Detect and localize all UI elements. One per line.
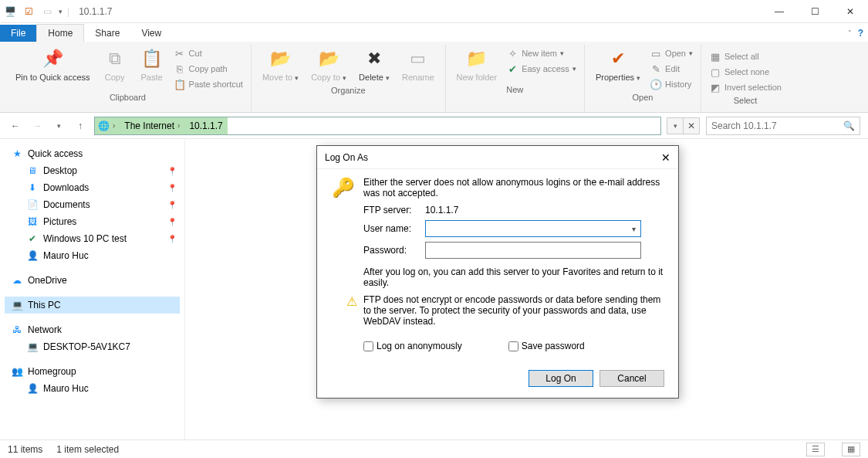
qat-dropdown-icon[interactable]: ▾ [59, 8, 62, 15]
refresh-stop-button[interactable]: ✕ [683, 117, 700, 134]
details-view-button[interactable]: ☰ [806, 443, 825, 456]
keys-icon: 🔑 [331, 177, 356, 198]
properties-button[interactable]: ✔Properties ▾ [591, 45, 645, 84]
paste-shortcut-button[interactable]: 📋Paste shortcut [172, 77, 245, 91]
back-button[interactable]: ← [8, 118, 23, 134]
copy-path-button[interactable]: ⎘Copy path [172, 62, 245, 76]
up-button[interactable]: ↑ [73, 118, 88, 134]
anon-checkbox[interactable]: Log on anonymously [363, 341, 462, 351]
minimize-button[interactable]: — [762, 0, 797, 23]
close-window-button[interactable]: ✕ [833, 0, 868, 23]
sidebar-item-user[interactable]: 👤Mauro Huc [5, 247, 180, 264]
dialog-close-button[interactable]: ✕ [661, 151, 670, 164]
history-button[interactable]: 🕑History [648, 77, 694, 91]
address-dropdown-button[interactable]: ▾ [667, 117, 684, 134]
group-open: ✔Properties ▾ ▭Open ▾ ✎Edit 🕑History Ope… [585, 45, 701, 112]
large-icons-view-button[interactable]: ▦ [842, 443, 860, 456]
tab-view[interactable]: View [130, 25, 172, 42]
help-icon[interactable]: ? [858, 28, 863, 39]
anon-checkbox-input[interactable] [363, 341, 373, 351]
group-label: Open [632, 91, 653, 105]
address-bar-row: ← → ▾ ↑ 🌐› The Internet › 10.1.1.7 ▾ ✕ 🔍 [0, 113, 868, 139]
pin-icon: 📍 [167, 235, 177, 243]
downloads-icon: ⬇ [26, 182, 39, 194]
save-password-checkbox-input[interactable] [508, 341, 518, 351]
breadcrumb-internet[interactable]: The Internet › [120, 120, 184, 131]
qat-checkbox-icon[interactable]: ☑ [22, 5, 35, 19]
edit-button[interactable]: ✎Edit [648, 62, 694, 76]
group-label: Select [734, 94, 758, 108]
copy-to-button[interactable]: 📂Copy to ▾ [306, 45, 351, 84]
breadcrumb-root[interactable]: 🌐› [95, 120, 120, 131]
password-input[interactable] [425, 242, 641, 259]
delete-button[interactable]: ✖Delete ▾ [354, 45, 394, 84]
copy-button[interactable]: ⧉Copy [98, 45, 132, 83]
sidebar-item-desktop[interactable]: 🖥Desktop📍 [5, 162, 180, 179]
easy-access-button[interactable]: ✔Easy access ▾ [505, 62, 578, 76]
sidebar-quick-access[interactable]: ★Quick access [5, 145, 180, 162]
sidebar-homegroup[interactable]: 👥Homegroup [5, 363, 180, 380]
password-label: Password: [363, 245, 425, 256]
breadcrumb-host[interactable]: 10.1.1.7 [184, 120, 227, 131]
status-item-count: 11 items [8, 444, 42, 455]
easyaccess-icon: ✔ [506, 63, 518, 75]
cancel-button[interactable]: Cancel [599, 370, 664, 387]
new-folder-button[interactable]: 📁New folder [452, 45, 502, 83]
group-label: Organize [331, 84, 366, 98]
open-icon: ▭ [650, 47, 662, 59]
sidebar-onedrive[interactable]: ☁OneDrive [5, 272, 180, 289]
username-label: User name: [363, 223, 425, 234]
forward-button[interactable]: → [29, 118, 45, 134]
recent-dropdown[interactable]: ▾ [51, 118, 66, 134]
tab-home[interactable]: Home [36, 24, 84, 42]
group-organize: 📂Move to ▾ 📂Copy to ▾ ✖Delete ▾ ▭Rename … [252, 45, 446, 112]
tab-share[interactable]: Share [84, 25, 130, 42]
tab-file[interactable]: File [0, 25, 36, 42]
paste-button[interactable]: 📋Paste [135, 45, 169, 83]
sidebar-item-downloads[interactable]: ⬇Downloads📍 [5, 179, 180, 196]
invert-selection-button[interactable]: ◩Invert selection [708, 80, 783, 94]
select-all-button[interactable]: ▦Select all [708, 49, 783, 63]
logon-button[interactable]: Log On [529, 370, 593, 387]
desktop-icon: 🖥 [26, 165, 39, 177]
ribbon-collapse-icon[interactable]: ˄ [848, 29, 852, 37]
copypath-icon: ⎘ [174, 63, 186, 75]
rename-button[interactable]: ▭Rename [397, 45, 439, 83]
pin-quick-access-button[interactable]: 📌Pin to Quick access [11, 45, 95, 83]
check-icon: ✔ [26, 232, 39, 245]
search-input[interactable] [711, 120, 843, 131]
sidebar-homegroup-item[interactable]: 👤Mauro Huc [5, 380, 180, 397]
sidebar-item-documents[interactable]: 📄Documents📍 [5, 196, 180, 213]
move-to-button[interactable]: 📂Move to ▾ [258, 45, 303, 84]
new-item-button[interactable]: ✧New item ▾ [505, 46, 578, 60]
username-input[interactable] [426, 221, 627, 236]
selectall-icon: ▦ [709, 50, 721, 63]
chevron-down-icon[interactable]: ▾ [627, 225, 640, 233]
cut-button[interactable]: ✂Cut [172, 46, 245, 60]
sidebar-item-win10test[interactable]: ✔Windows 10 PC test📍 [5, 230, 180, 247]
search-box[interactable]: 🔍 [706, 117, 860, 135]
sidebar-network-item[interactable]: 💻DESKTOP-5AV1KC7 [5, 338, 180, 355]
onedrive-icon: ☁ [11, 274, 23, 287]
pin-icon: 📌 [40, 46, 65, 71]
rename-icon: ▭ [406, 46, 431, 71]
sidebar-network[interactable]: 🖧Network [5, 321, 180, 338]
open-button[interactable]: ▭Open ▾ [648, 46, 694, 60]
computer-icon: 💻 [26, 341, 39, 353]
warning-icon: ⚠ [346, 294, 357, 327]
copy-icon: ⧉ [103, 46, 127, 71]
save-password-checkbox[interactable]: Save password [508, 341, 585, 351]
ftp-server-value: 10.1.1.7 [425, 205, 664, 215]
group-clipboard: 📌Pin to Quick access ⧉Copy 📋Paste ✂Cut ⎘… [5, 45, 252, 112]
select-none-button[interactable]: ▢Select none [708, 65, 783, 79]
username-combo[interactable]: ▾ [425, 220, 641, 237]
status-bar: 11 items 1 item selected ☰ ▦ [0, 439, 868, 458]
maximize-button[interactable]: ☐ [797, 0, 833, 23]
group-select: ▦Select all ▢Select none ◩Invert selecti… [701, 45, 789, 112]
copyto-icon: 📂 [316, 46, 341, 71]
address-bar[interactable]: 🌐› The Internet › 10.1.1.7 [94, 117, 661, 135]
documents-icon: 📄 [26, 198, 39, 211]
sidebar-this-pc[interactable]: 💻This PC [5, 297, 180, 314]
sidebar-item-pictures[interactable]: 🖼Pictures📍 [5, 213, 180, 230]
qat-document-icon[interactable]: ▭ [40, 5, 54, 19]
